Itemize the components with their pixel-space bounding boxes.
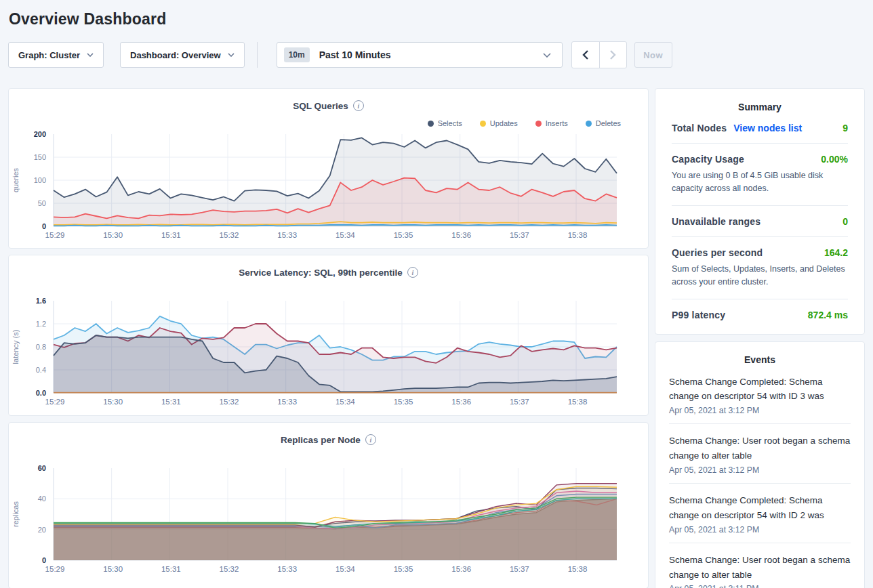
dashboard-dropdown-label: Dashboard: Overview <box>130 50 221 60</box>
dashboard-dropdown[interactable]: Dashboard: Overview <box>120 42 245 68</box>
legend-item-updates[interactable]: Updates <box>480 118 518 129</box>
svg-text:15:32: 15:32 <box>220 565 239 573</box>
svg-text:50: 50 <box>38 199 46 207</box>
event-timestamp: Apr 05, 2021 at 3:12 PM <box>669 406 851 415</box>
graph-dropdown-label: Graph: Cluster <box>18 50 80 60</box>
capacity-usage-label: Capacity Usage <box>672 154 744 165</box>
time-range-picker[interactable]: 10m Past 10 Minutes <box>277 42 563 68</box>
summary-row-capacity: Capacity Usage 0.00% You are using 0 B o… <box>672 144 848 206</box>
legend-item-deletes[interactable]: Deletes <box>586 118 621 129</box>
p99-latency-value: 872.4 ms <box>808 310 848 320</box>
svg-text:15:38: 15:38 <box>568 231 588 239</box>
graph-dropdown[interactable]: Graph: Cluster <box>8 42 104 68</box>
svg-text:15:31: 15:31 <box>161 565 181 573</box>
event-text: Schema Change: User root began a schema … <box>669 553 851 583</box>
svg-text:0.0: 0.0 <box>36 389 46 397</box>
service-latency-chart[interactable]: 15:2915:3015:3115:3215:3315:3415:3515:36… <box>9 297 639 413</box>
capacity-usage-description: You are using 0 B of 4.5 GiB usable disk… <box>672 169 848 196</box>
svg-text:15:33: 15:33 <box>277 565 297 573</box>
unavailable-ranges-value: 0 <box>842 216 848 227</box>
svg-text:200: 200 <box>34 130 46 138</box>
svg-text:15:30: 15:30 <box>103 398 123 406</box>
summary-title: Summary <box>655 102 864 112</box>
chevron-down-icon <box>228 53 235 57</box>
summary-row-unavailable-ranges: Unavailable ranges 0 <box>672 206 848 237</box>
legend-item-selects[interactable]: Selects <box>428 118 462 129</box>
svg-text:15:31: 15:31 <box>161 231 181 239</box>
svg-text:15:34: 15:34 <box>336 565 355 573</box>
event-item[interactable]: Schema Change Completed: Schema change o… <box>669 365 851 425</box>
svg-text:15:31: 15:31 <box>161 398 181 406</box>
chart-legend: Selects Updates Inserts Deletes <box>9 112 648 129</box>
event-text: Schema Change Completed: Schema change o… <box>669 493 851 523</box>
svg-text:15:33: 15:33 <box>277 398 297 406</box>
chevron-right-icon <box>610 50 616 60</box>
prev-range-button[interactable] <box>572 42 599 68</box>
info-icon[interactable]: i <box>407 267 418 278</box>
info-icon[interactable]: i <box>365 434 376 445</box>
chevron-down-icon <box>87 53 94 57</box>
svg-text:60: 60 <box>38 464 46 472</box>
page-title: Overview Dashboard <box>0 0 873 28</box>
p99-latency-label: P99 latency <box>672 310 725 320</box>
view-nodes-list-link[interactable]: View nodes list <box>733 123 802 133</box>
replicas-per-node-chart-panel: Replicas per Node i 15:2915:3015:3115:32… <box>8 422 649 588</box>
svg-text:1.6: 1.6 <box>36 297 46 305</box>
svg-text:0: 0 <box>42 556 46 564</box>
svg-text:15:37: 15:37 <box>510 231 529 239</box>
replicas-per-node-chart[interactable]: 15:2915:3015:3115:3215:3315:3415:3515:36… <box>9 464 639 581</box>
svg-text:15:29: 15:29 <box>45 231 65 239</box>
svg-text:100: 100 <box>34 176 46 184</box>
now-button[interactable]: Now <box>634 42 672 68</box>
next-range-button[interactable] <box>599 42 626 68</box>
svg-text:15:35: 15:35 <box>394 398 413 406</box>
svg-text:15:37: 15:37 <box>510 398 529 406</box>
event-item[interactable]: Schema Change: User root began a schema … <box>669 424 851 484</box>
svg-text:0.8: 0.8 <box>36 343 46 351</box>
legend-item-inserts[interactable]: Inserts <box>535 118 568 129</box>
unavailable-ranges-label: Unavailable ranges <box>672 216 760 227</box>
chart-title-row: SQL Queries i <box>9 99 648 112</box>
svg-text:15:32: 15:32 <box>220 231 239 239</box>
svg-text:15:34: 15:34 <box>336 231 355 239</box>
svg-text:15:35: 15:35 <box>394 565 413 573</box>
chevron-left-icon <box>582 50 588 60</box>
svg-text:15:36: 15:36 <box>451 231 471 239</box>
event-item[interactable]: Schema Change Completed: Schema change o… <box>669 484 851 543</box>
overview-dashboard-page: Overview Dashboard Graph: Cluster Dashbo… <box>0 0 873 588</box>
svg-text:replicas: replicas <box>12 501 20 527</box>
svg-text:15:36: 15:36 <box>451 565 471 573</box>
summary-panel: Summary Total Nodes View nodes list 9 Ca… <box>655 88 865 335</box>
legend-dot <box>428 121 434 127</box>
svg-text:15:38: 15:38 <box>568 398 588 406</box>
sql-queries-chart[interactable]: 15:2915:3015:3115:3215:3315:3415:3515:36… <box>9 130 639 247</box>
summary-row-total-nodes: Total Nodes View nodes list 9 <box>672 112 848 144</box>
qps-description: Sum of Selects, Updates, Inserts, and De… <box>672 263 848 289</box>
total-nodes-label: Total Nodes <box>672 123 727 133</box>
event-item[interactable]: Schema Change: User root began a schema … <box>669 543 851 588</box>
event-text: Schema Change: User root began a schema … <box>669 434 851 463</box>
svg-text:40: 40 <box>38 495 46 503</box>
total-nodes-value: 9 <box>842 123 848 133</box>
svg-text:15:30: 15:30 <box>103 565 123 573</box>
summary-row-qps: Queries per second 164.2 Sum of Selects,… <box>672 237 848 299</box>
qps-label: Queries per second <box>672 247 763 258</box>
event-timestamp: Apr 05, 2021 at 3:12 PM <box>669 525 851 534</box>
events-panel: Events Schema Change Completed: Schema c… <box>655 341 865 588</box>
capacity-usage-value: 0.00% <box>821 154 848 165</box>
event-timestamp: Apr 05, 2021 at 3:12 PM <box>669 465 851 475</box>
charts-column: SQL Queries i Selects Updates Inserts De… <box>8 88 649 588</box>
svg-text:queries: queries <box>12 167 20 192</box>
summary-row-p99: P99 latency 872.4 ms <box>672 299 848 330</box>
svg-text:15:34: 15:34 <box>336 398 355 406</box>
svg-text:0: 0 <box>42 222 46 230</box>
svg-text:15:38: 15:38 <box>568 565 588 573</box>
chart-title-row: Replicas per Node i <box>9 433 648 446</box>
svg-text:1.2: 1.2 <box>36 320 46 328</box>
info-icon[interactable]: i <box>353 100 364 111</box>
time-range-badge: 10m <box>284 47 310 62</box>
dashboard-controls: Graph: Cluster Dashboard: Overview 10m P… <box>8 42 873 68</box>
event-timestamp: Apr 05, 2021 at 3:11 PM <box>669 584 851 588</box>
qps-value: 164.2 <box>824 247 848 258</box>
svg-text:15:29: 15:29 <box>45 565 65 573</box>
